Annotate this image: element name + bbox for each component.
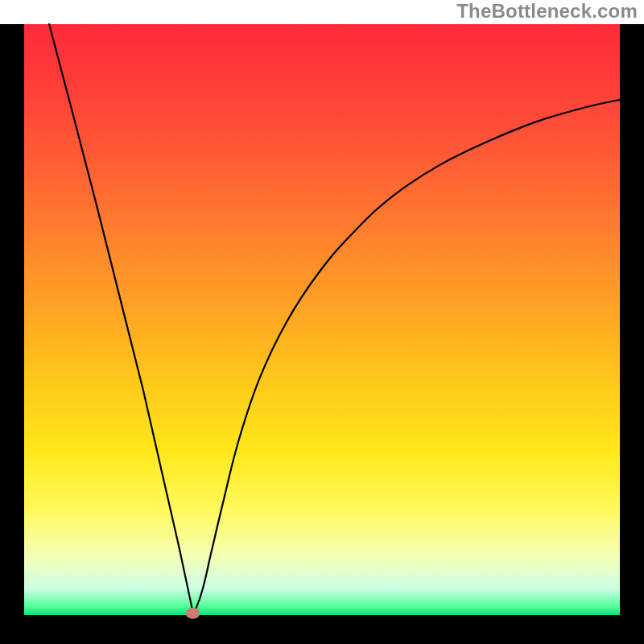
- watermark-text: TheBottleneck.com: [456, 0, 638, 23]
- border-right: [620, 24, 644, 644]
- chart-container: TheBottleneck.com: [0, 0, 644, 644]
- bottleneck-chart: [0, 0, 644, 644]
- border-bottom: [0, 615, 644, 644]
- gradient-background: [24, 24, 620, 615]
- border-left: [0, 24, 24, 644]
- minimum-marker: [185, 608, 200, 619]
